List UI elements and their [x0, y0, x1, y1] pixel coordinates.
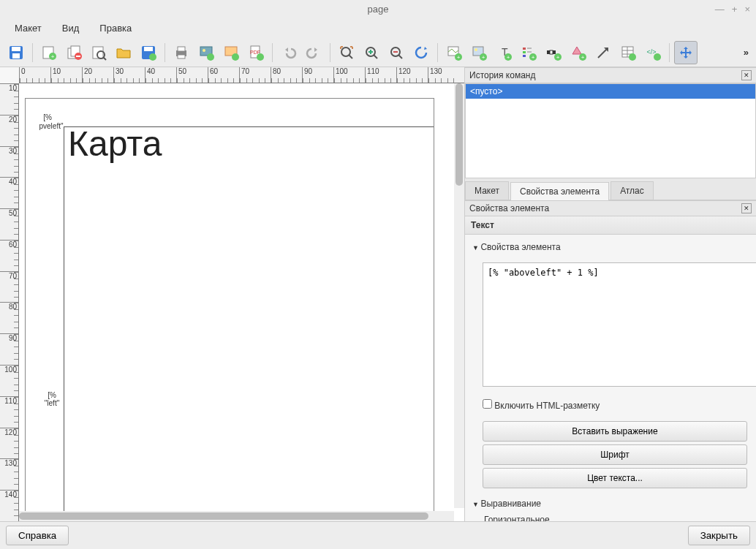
- close-icon[interactable]: ✕: [741, 70, 752, 80]
- svg-rect-1: [12, 47, 20, 51]
- history-title: История команд: [469, 70, 535, 80]
- text-color-button[interactable]: Цвет текста...: [483, 468, 747, 488]
- zoom-full-icon[interactable]: [335, 41, 358, 64]
- ruler-v-tick: 40: [0, 177, 18, 208]
- svg-text:+: +: [532, 54, 535, 61]
- add-arrow-icon[interactable]: [591, 41, 615, 64]
- menu-edit[interactable]: Правка: [91, 20, 140, 37]
- add-label-icon[interactable]: T+: [492, 41, 515, 64]
- properties-panel: Свойства элемента Включить HTML-разметку…: [465, 235, 756, 521]
- close-icon[interactable]: ✕: [741, 203, 752, 213]
- minimize-icon[interactable]: —: [715, 4, 725, 15]
- svg-line-28: [349, 55, 352, 58]
- svg-point-21: [207, 53, 214, 61]
- maximize-icon[interactable]: +: [732, 4, 738, 15]
- close-button[interactable]: Закрыть: [688, 526, 750, 545]
- ruler-h-tick: 110: [365, 67, 396, 83]
- ruler-h-tick: 40: [145, 67, 176, 83]
- ruler-v-tick: 100: [0, 365, 18, 396]
- font-button[interactable]: Шрифт: [483, 444, 747, 465]
- menubar: Макет Вид Правка: [0, 18, 756, 38]
- group-toggle-props[interactable]: Свойства элемента: [472, 239, 749, 255]
- ruler-h-tick: 120: [396, 67, 428, 83]
- ruler-h-tick: 30: [113, 67, 145, 83]
- svg-rect-54: [550, 50, 553, 54]
- print-icon[interactable]: [170, 41, 193, 64]
- ruler-v-tick: 30: [0, 146, 18, 178]
- svg-text:+: +: [51, 53, 55, 60]
- svg-point-67: [654, 53, 661, 61]
- html-checkbox-row: Включить HTML-разметку: [465, 396, 756, 418]
- add-image-icon[interactable]: +: [467, 41, 491, 64]
- zoom-in-icon[interactable]: [360, 41, 383, 64]
- help-button[interactable]: Справка: [6, 526, 69, 545]
- layout-page[interactable]: [% pveleft" Карта [%"left": [25, 98, 434, 521]
- add-map-icon[interactable]: +: [442, 41, 466, 64]
- tab-layout[interactable]: Макет: [465, 181, 509, 200]
- toolbar: + PDF + + T+ + + + </> »: [0, 38, 756, 67]
- horizontal-scrollbar[interactable]: [19, 511, 454, 521]
- add-scalebar-icon[interactable]: +: [542, 41, 565, 64]
- svg-rect-2: [12, 53, 20, 58]
- canvas-viewport[interactable]: [% pveleft" Карта [%"left": [19, 83, 464, 521]
- toolbar-overflow-icon[interactable]: »: [741, 47, 752, 58]
- new-layout-icon[interactable]: +: [37, 41, 61, 64]
- add-legend-icon[interactable]: +: [517, 41, 540, 64]
- page-label-2[interactable]: pveleft": [33, 122, 69, 130]
- menu-layout[interactable]: Макет: [6, 20, 50, 37]
- svg-line-30: [374, 55, 377, 58]
- tab-item-properties[interactable]: Свойства элемента: [510, 182, 609, 200]
- svg-text:+: +: [482, 54, 485, 61]
- vertical-scrollbar[interactable]: [454, 83, 464, 508]
- refresh-icon[interactable]: [409, 41, 433, 64]
- group-toggle-align[interactable]: Выравнивание: [472, 496, 749, 512]
- duplicate-layout-icon[interactable]: [62, 41, 86, 64]
- tab-atlas[interactable]: Атлас: [611, 181, 654, 200]
- ruler-h-tick: 80: [271, 67, 302, 83]
- save-icon[interactable]: [4, 41, 28, 64]
- add-table-icon[interactable]: [616, 41, 640, 64]
- map-title-label[interactable]: Карта: [68, 124, 162, 164]
- zoom-out-icon[interactable]: [385, 41, 408, 64]
- ruler-v-tick: 120: [0, 428, 18, 459]
- page-label-3[interactable]: [%"left": [39, 391, 65, 407]
- svg-line-12: [103, 57, 106, 60]
- ruler-h-tick: 70: [239, 67, 271, 83]
- ruler-v-tick: 130: [0, 458, 18, 490]
- redo-icon[interactable]: [302, 41, 325, 64]
- ruler-vertical: 10 20 30 40 50 60 70 80 90 100 110 120 1…: [0, 83, 19, 521]
- svg-point-40: [475, 48, 477, 51]
- menu-view[interactable]: Вид: [53, 20, 88, 37]
- ruler-v-tick: 140: [0, 490, 18, 521]
- save-template-icon[interactable]: [137, 41, 160, 64]
- layout-manager-icon[interactable]: [87, 41, 110, 64]
- export-pdf-icon[interactable]: PDF: [244, 41, 268, 64]
- svg-line-34: [398, 55, 402, 58]
- export-svg-icon[interactable]: [219, 41, 243, 64]
- move-item-icon[interactable]: [674, 41, 698, 64]
- add-shape-icon[interactable]: +: [567, 41, 590, 64]
- svg-rect-9: [76, 56, 80, 57]
- page-label-1[interactable]: [%: [33, 113, 62, 121]
- history-item-empty[interactable]: <пусто>: [466, 84, 755, 99]
- main-area: 0 10 20 30 40 50 60 70 80 90 100 110 120…: [0, 67, 756, 521]
- undo-icon[interactable]: [277, 41, 300, 64]
- close-icon[interactable]: ×: [744, 4, 750, 15]
- svg-rect-53: [547, 50, 550, 54]
- insert-expression-button[interactable]: Вставить выражение: [483, 421, 747, 442]
- props-header: Свойства элемента ✕: [465, 200, 756, 216]
- add-html-icon[interactable]: </>: [641, 41, 665, 64]
- history-list[interactable]: <пусто>: [465, 83, 756, 178]
- ruler-v-tick: 60: [0, 240, 18, 271]
- statusbar: Справка Закрыть: [0, 521, 756, 549]
- svg-text:+: +: [457, 54, 461, 61]
- window-controls: — + ×: [715, 4, 750, 15]
- group-item-properties: Свойства элемента: [465, 235, 756, 260]
- history-header: История команд ✕: [465, 67, 756, 83]
- label-text-input[interactable]: [483, 262, 756, 387]
- html-markup-checkbox[interactable]: [483, 399, 492, 409]
- export-image-icon[interactable]: [194, 41, 218, 64]
- open-folder-icon[interactable]: [112, 41, 135, 64]
- ruler-v-tick: 110: [0, 396, 18, 428]
- ruler-h-tick: 100: [333, 67, 365, 83]
